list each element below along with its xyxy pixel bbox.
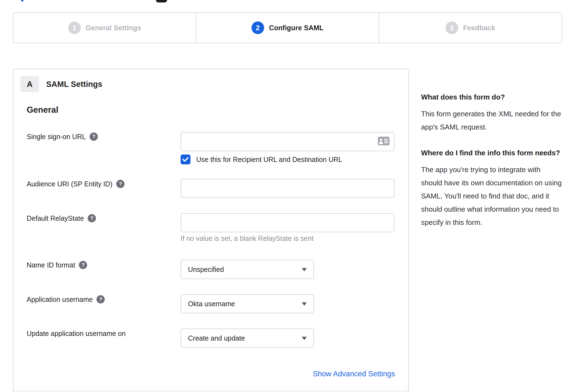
general-group-heading: General xyxy=(27,105,58,115)
help-icon[interactable]: ? xyxy=(116,180,125,188)
update-app-username-label: Update application username on xyxy=(27,330,126,338)
step-configure-saml[interactable]: 2 Configure SAML xyxy=(196,13,378,43)
sidebar-heading-where: Where do I find the info this form needs… xyxy=(421,146,563,160)
name-id-format-select[interactable]: Unspecified xyxy=(181,260,314,279)
dashed-divider xyxy=(13,391,408,391)
step-label: Configure SAML xyxy=(269,24,324,32)
chevron-down-icon xyxy=(302,302,307,306)
cutoff-dark-element xyxy=(156,0,167,2)
chevron-down-icon xyxy=(302,268,307,271)
help-icon[interactable]: ? xyxy=(79,261,87,269)
application-username-select[interactable]: Okta username xyxy=(181,294,314,313)
step-label: Feedback xyxy=(463,24,495,32)
sidebar-heading-what: What does this form do? xyxy=(421,90,563,104)
cutoff-blue-element xyxy=(21,0,23,1)
step-number-badge: 1 xyxy=(68,21,81,34)
saml-settings-panel: A SAML Settings General Single sign-on U… xyxy=(13,69,409,392)
checkmark-icon xyxy=(182,157,189,162)
contact-card-icon xyxy=(378,137,389,147)
help-icon[interactable]: ? xyxy=(90,132,98,141)
section-header: A SAML Settings xyxy=(20,76,102,92)
recipient-url-checkbox[interactable] xyxy=(181,154,190,164)
relay-state-input[interactable] xyxy=(181,213,394,232)
sso-url-input[interactable] xyxy=(181,132,394,151)
audience-uri-input[interactable] xyxy=(181,179,394,198)
application-username-label: Application username ? xyxy=(27,295,105,303)
step-number-badge: 2 xyxy=(251,21,264,34)
help-icon[interactable]: ? xyxy=(88,214,96,222)
sso-url-label: Single sign-on URL ? xyxy=(27,132,98,141)
section-letter-badge: A xyxy=(20,76,39,92)
chevron-down-icon xyxy=(302,337,307,340)
audience-uri-label: Audience URI (SP Entity ID) ? xyxy=(27,180,125,188)
relay-state-hint: If no value is set, a blank RelayState i… xyxy=(181,234,314,242)
sidebar-body-what: This form generates the XML needed for t… xyxy=(421,107,563,134)
relay-state-label: Default RelayState ? xyxy=(27,214,96,222)
recipient-url-checkbox-label[interactable]: Use this for Recipient URL and Destinati… xyxy=(196,154,342,164)
wizard-stepper: 1 General Settings 2 Configure SAML 3 Fe… xyxy=(13,12,562,43)
sidebar-body-where: The app you're trying to integrate with … xyxy=(421,163,563,229)
step-general-settings[interactable]: 1 General Settings xyxy=(13,13,196,43)
show-advanced-settings-link[interactable]: Show Advanced Settings xyxy=(181,370,395,378)
name-id-format-label: Name ID format ? xyxy=(27,261,87,269)
help-icon[interactable]: ? xyxy=(96,295,105,303)
section-title: SAML Settings xyxy=(46,80,102,89)
step-feedback[interactable]: 3 Feedback xyxy=(379,13,562,43)
update-app-username-select[interactable]: Create and update xyxy=(181,328,314,348)
step-number-badge: 3 xyxy=(446,21,458,34)
step-label: General Settings xyxy=(86,24,141,32)
help-sidebar: What does this form do? This form genera… xyxy=(421,90,563,241)
